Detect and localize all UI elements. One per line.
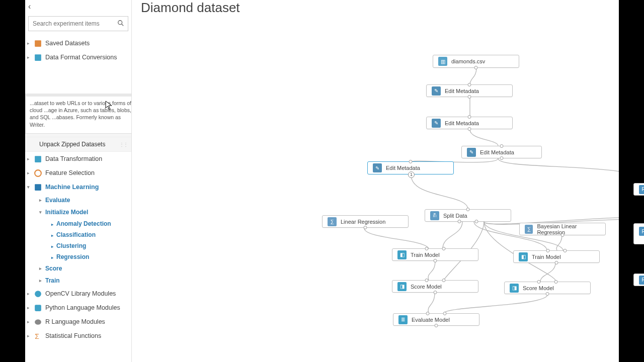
svg-point-0 [118, 20, 122, 24]
subcat-label: Initialize Model [45, 209, 88, 216]
chevron-right-icon: ▸ [39, 198, 44, 203]
chevron-down-icon: ▾ [27, 185, 32, 190]
chevron-down-icon: ▾ [39, 210, 44, 215]
search-box [28, 16, 128, 31]
cat-label: Data Format Conversions [45, 54, 117, 61]
r-icon [33, 317, 42, 326]
metadata-icon: ✎ [373, 163, 382, 172]
node-subtitle: Analysis of Continuous variables [639, 236, 644, 247]
chevron-right-icon: ▸ [27, 41, 32, 46]
node-evaluate-model[interactable]: ≣ Evaluate Model [393, 313, 479, 326]
leaf-clustering[interactable]: Clustering [46, 240, 131, 251]
module-unpack-zipped[interactable]: Unpack Zipped Datasets ⋮⋮ [25, 137, 131, 152]
metadata-icon: ✎ [467, 148, 476, 157]
node-score-model-2[interactable]: ◨ Score Model [504, 282, 591, 294]
node-edit-metadata-4[interactable]: ✎ Edit Metadata 1 [367, 161, 454, 174]
port-badge: 1 [408, 171, 415, 178]
node-linear-regression[interactable]: ∑ Linear Regression [322, 215, 409, 228]
cat-label: Feature Selection [45, 169, 95, 176]
metadata-icon: ✎ [432, 86, 441, 96]
leaf-regression[interactable]: Regression [46, 251, 131, 262]
cat-r[interactable]: ▸ R Language Modules [25, 315, 131, 329]
node-split-data[interactable]: ⫚ Split Data [425, 209, 511, 222]
transform-icon [33, 154, 42, 163]
node-label: Edit Metadata [480, 149, 514, 155]
cat-statistical[interactable]: ▸ Σ Statistical Functions [25, 329, 131, 343]
cat-machine-learning[interactable]: ▾ Machine Learning [25, 180, 131, 194]
subcat-score[interactable]: ▸ Score [37, 262, 131, 275]
node-bayesian-regression[interactable]: ∑ Bayesian Linear Regression [519, 223, 606, 235]
svg-rect-4 [35, 156, 41, 162]
page-title: Diamond dataset [141, 0, 240, 16]
evaluate-icon: ≣ [398, 315, 408, 324]
search-input[interactable] [29, 17, 114, 31]
database-icon [33, 39, 42, 48]
chevron-right-icon: ▸ [27, 291, 32, 296]
node-label: Edit Metadata [445, 120, 479, 126]
node-execute-r-1[interactable]: R Execute R Script [633, 183, 644, 196]
module-label: Unpack Zipped Datasets [39, 141, 105, 148]
ml-icon [33, 183, 42, 192]
train-icon: ◧ [519, 252, 528, 261]
cat-label: OpenCV Library Modules [45, 290, 116, 297]
svg-rect-3 [35, 54, 41, 61]
regression-icon: ∑ [328, 217, 337, 226]
experiment-canvas[interactable]: Diamond dataset [132, 0, 619, 362]
python-icon [33, 303, 42, 312]
back-button[interactable]: ‹ [25, 0, 131, 13]
search-icon[interactable] [114, 20, 128, 28]
convert-icon [33, 53, 42, 62]
cat-feature-selection[interactable]: ▸ Feature Selection [25, 166, 131, 180]
cat-label: Data Transformation [45, 155, 102, 162]
cat-data-transformation[interactable]: ▸ Data Transformation [25, 152, 131, 166]
cat-data-format[interactable]: ▸ Data Format Conversions [25, 50, 131, 64]
node-dataset[interactable]: ▥ diamonds.csv [433, 55, 519, 68]
node-execute-r-3[interactable]: R Execute R Script ⌄ [633, 274, 644, 286]
node-edit-metadata-2[interactable]: ✎ Edit Metadata [426, 117, 513, 129]
cat-label: Statistical Functions [45, 332, 101, 339]
subcat-train[interactable]: ▸ Train [37, 275, 131, 287]
leaf-classification[interactable]: Classification [46, 229, 131, 240]
node-execute-r-2[interactable]: R Execute R Script Analysis of Continuou… [633, 223, 644, 244]
subcat-label: Score [45, 265, 62, 272]
node-train-model-2[interactable]: ◧ Train Model [513, 250, 600, 263]
subcat-label: Train [45, 277, 60, 284]
drag-grip-icon: ⋮⋮ [119, 142, 127, 147]
r-script-icon: R [639, 185, 644, 194]
module-tooltip: ...ataset to web URLs or to various form… [25, 97, 131, 134]
svg-rect-6 [35, 184, 41, 191]
subcat-initialize-model[interactable]: ▾ Initialize Model [37, 206, 131, 218]
node-label: Train Model [411, 252, 440, 258]
node-train-model-1[interactable]: ◧ Train Model [392, 248, 478, 261]
r-script-icon: R [639, 276, 644, 285]
svg-rect-8 [35, 305, 41, 311]
node-label: Evaluate Model [412, 317, 450, 323]
chevron-right-icon: ▸ [27, 305, 32, 310]
node-label: Split Data [443, 213, 467, 219]
chevron-right-icon: ▸ [27, 55, 32, 60]
svg-point-7 [35, 291, 41, 297]
node-edit-metadata-1[interactable]: ✎ Edit Metadata [426, 84, 513, 97]
sidebar: ‹ ▸ Saved Datasets ▸ Data Format Convers… [25, 0, 132, 362]
cat-label: R Language Modules [45, 318, 105, 325]
module-tree: ▸ Saved Datasets ▸ Data Format Conversio… [25, 36, 131, 362]
subcat-evaluate[interactable]: ▸ Evaluate [37, 194, 131, 206]
chevron-right-icon: ▸ [27, 156, 32, 161]
feature-icon [33, 168, 42, 177]
dataset-icon: ▥ [438, 57, 447, 66]
node-score-model-1[interactable]: ◨ Score Model [392, 280, 478, 293]
leaf-anomaly-detection[interactable]: Anomaly Detection [46, 218, 131, 229]
sigma-icon: Σ [33, 331, 42, 340]
node-label: Edit Metadata [445, 88, 479, 94]
node-label: Edit Metadata [386, 165, 420, 171]
node-edit-metadata-3[interactable]: ✎ Edit Metadata [461, 146, 542, 158]
train-icon: ◧ [397, 250, 407, 259]
cat-python[interactable]: ▸ Python Language Modules [25, 301, 131, 315]
svg-line-1 [122, 24, 124, 26]
node-label: diamonds.csv [451, 58, 485, 64]
cat-opencv[interactable]: ▸ OpenCV Library Modules [25, 287, 131, 301]
svg-point-9 [35, 319, 41, 325]
cat-saved-datasets[interactable]: ▸ Saved Datasets [25, 36, 131, 50]
svg-point-5 [35, 170, 41, 176]
score-icon: ◨ [510, 284, 519, 293]
